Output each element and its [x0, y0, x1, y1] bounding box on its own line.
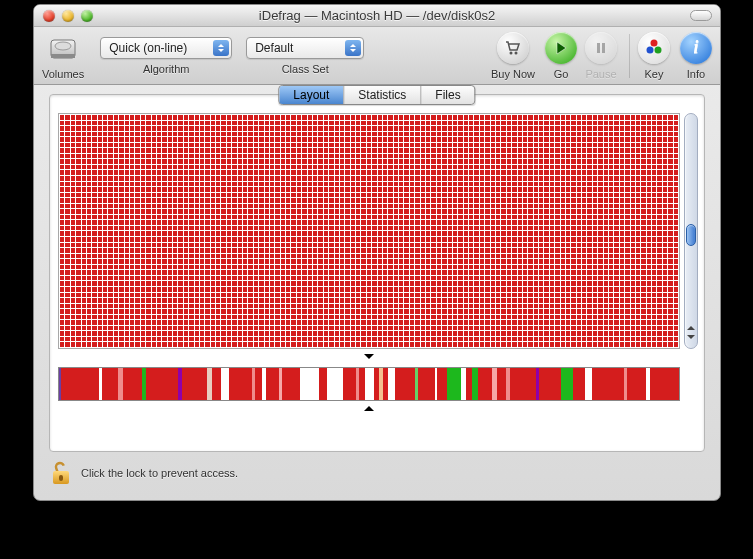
block-cell	[404, 154, 408, 159]
algorithm-select[interactable]: Quick (on-line)	[100, 37, 232, 59]
block-cell	[162, 281, 166, 286]
block-cell	[243, 193, 247, 198]
zoom-icon[interactable]	[81, 10, 93, 22]
scroll-down-icon[interactable]	[685, 333, 697, 345]
block-cell	[469, 176, 473, 181]
block-cell	[125, 165, 129, 170]
block-cell	[458, 237, 462, 242]
titlebar[interactable]: iDefrag — Macintosh HD — /dev/disk0s2	[34, 5, 720, 27]
block-cell	[523, 304, 527, 309]
block-cell	[87, 326, 91, 331]
block-cell	[60, 176, 64, 181]
tab-files[interactable]: Files	[421, 86, 474, 104]
tab-layout[interactable]: Layout	[279, 86, 344, 104]
block-cell	[383, 281, 387, 286]
volumes-button[interactable]: Volumes	[42, 32, 84, 80]
block-cell	[593, 132, 597, 137]
block-cell	[496, 193, 500, 198]
scroll-up-icon[interactable]	[685, 320, 697, 332]
block-cell	[302, 320, 306, 325]
block-cell	[518, 187, 522, 192]
block-map[interactable]	[58, 113, 680, 349]
block-cell	[555, 170, 559, 175]
block-cell	[297, 281, 301, 286]
block-cell	[631, 148, 635, 153]
scroll-thumb[interactable]	[686, 224, 696, 246]
block-cell	[372, 115, 376, 120]
block-cell	[60, 276, 64, 281]
block-cell	[485, 137, 489, 142]
close-icon[interactable]	[43, 10, 55, 22]
block-cell	[507, 165, 511, 170]
block-cell	[65, 309, 69, 314]
block-cell	[200, 243, 204, 248]
block-cell	[189, 137, 193, 142]
lock-icon[interactable]	[49, 460, 73, 486]
block-cell	[103, 248, 107, 253]
block-cell	[668, 154, 672, 159]
block-cell	[281, 293, 285, 298]
block-cell	[324, 265, 328, 270]
block-cell	[302, 176, 306, 181]
block-cell	[501, 265, 505, 270]
block-cell	[448, 237, 452, 242]
minimize-icon[interactable]	[62, 10, 74, 22]
block-cell	[528, 265, 532, 270]
block-cell	[641, 270, 645, 275]
toolbar-toggle-pill[interactable]	[690, 10, 712, 21]
block-cell	[254, 254, 258, 259]
block-cell	[496, 281, 500, 286]
block-cell	[125, 198, 129, 203]
block-cell	[571, 248, 575, 253]
block-cell	[281, 115, 285, 120]
block-cell	[195, 237, 199, 242]
block-cell	[431, 204, 435, 209]
block-cell	[388, 121, 392, 126]
key-button[interactable]: Key	[638, 32, 670, 80]
block-cell	[485, 326, 489, 331]
block-cell	[410, 148, 414, 153]
block-cell	[598, 204, 602, 209]
block-cell	[609, 248, 613, 253]
block-cell	[539, 304, 543, 309]
block-cell	[92, 226, 96, 231]
block-cell	[636, 226, 640, 231]
block-cell	[195, 220, 199, 225]
block-cell	[308, 148, 312, 153]
block-cell	[657, 115, 661, 120]
classset-select[interactable]: Default	[246, 37, 364, 59]
strip-segment	[497, 368, 507, 400]
block-cell	[399, 315, 403, 320]
pause-button[interactable]: Pause	[585, 32, 617, 80]
block-cell	[351, 165, 355, 170]
block-cell	[571, 254, 575, 259]
info-button[interactable]: i Info	[680, 32, 712, 80]
block-cell	[243, 215, 247, 220]
block-cell	[162, 237, 166, 242]
block-cell	[152, 248, 156, 253]
block-cell	[302, 331, 306, 336]
block-cell	[114, 231, 118, 236]
block-cell	[491, 132, 495, 137]
buynow-button[interactable]: Buy Now	[491, 32, 535, 80]
block-cell	[512, 209, 516, 214]
block-cell	[243, 132, 247, 137]
block-cell	[604, 176, 608, 181]
block-cell	[652, 115, 656, 120]
block-cell	[426, 187, 430, 192]
block-cell	[577, 337, 581, 342]
overview-strip[interactable]	[58, 367, 680, 401]
block-cell	[361, 115, 365, 120]
go-button[interactable]: Go	[545, 32, 577, 80]
block-cell	[76, 259, 80, 264]
vertical-scrollbar[interactable]	[684, 113, 698, 349]
block-cell	[512, 287, 516, 292]
block-cell	[620, 254, 624, 259]
block-cell	[200, 204, 204, 209]
block-cell	[474, 137, 478, 142]
block-cell	[442, 204, 446, 209]
block-cell	[561, 132, 565, 137]
block-cell	[555, 209, 559, 214]
block-cell	[674, 198, 678, 203]
tab-statistics[interactable]: Statistics	[344, 86, 421, 104]
